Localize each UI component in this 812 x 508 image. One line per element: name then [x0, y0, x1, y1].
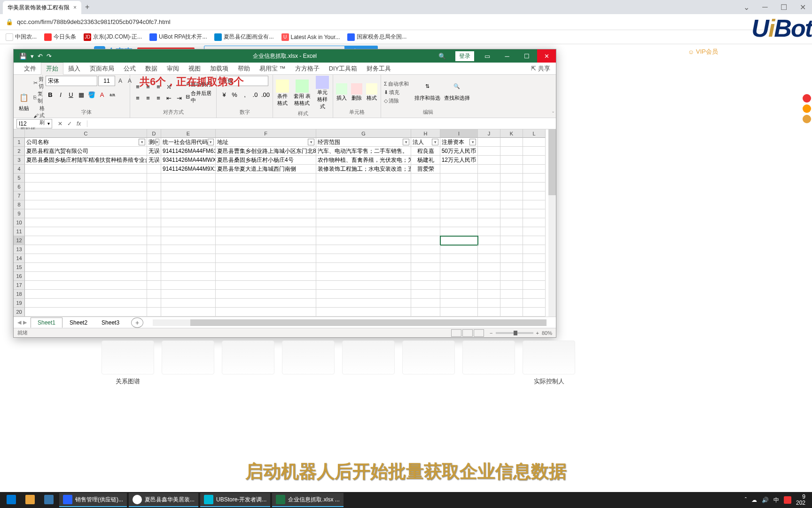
clear-button[interactable]: ◇ 清除 [384, 97, 409, 104]
card-item[interactable]: 关系图谱 [102, 341, 154, 386]
cell[interactable] [25, 218, 147, 227]
align-center-icon[interactable]: ≡ [143, 93, 153, 103]
cell[interactable] [478, 209, 500, 218]
bookmark-item[interactable]: 中国农... [6, 33, 37, 41]
cell[interactable] [478, 218, 500, 227]
cell[interactable] [216, 227, 316, 236]
align-right-icon[interactable]: ≡ [154, 93, 163, 103]
tab-file[interactable]: 文件 [19, 63, 41, 75]
card-item[interactable] [222, 341, 274, 386]
cell[interactable] [147, 272, 161, 281]
cell[interactable] [147, 308, 161, 317]
cell[interactable] [523, 218, 546, 227]
page-break-view-icon[interactable] [474, 329, 484, 337]
taskbar-item[interactable]: 夏邑县鑫华美居装... [129, 493, 198, 507]
cell[interactable] [25, 308, 147, 317]
cell[interactable] [161, 290, 216, 299]
cell[interactable] [478, 183, 500, 191]
cell[interactable] [478, 165, 500, 174]
bookmark-item[interactable]: ULatest Ask in Your... [281, 33, 340, 41]
cell[interactable] [25, 174, 147, 183]
zoom-in-icon[interactable]: + [536, 330, 539, 336]
cell[interactable]: 公司名称▾ [25, 138, 147, 147]
filter-icon[interactable]: ▾ [432, 139, 438, 145]
cell[interactable] [216, 218, 316, 227]
filter-icon[interactable]: ▾ [208, 139, 214, 145]
card-item[interactable] [162, 341, 214, 386]
bookmark-item[interactable]: 国家税务总局全国... [347, 33, 406, 41]
tab-finance[interactable]: 财务工具 [362, 63, 396, 75]
cell[interactable] [25, 165, 147, 174]
cell[interactable] [440, 236, 478, 245]
browser-tab-active[interactable]: 华美居装饰装修工程有限 × [3, 1, 81, 14]
col-header[interactable]: E [161, 129, 216, 138]
cell[interactable] [25, 290, 147, 299]
cell[interactable]: 夏邑县曹集乡创业路上海城小区东门北88米 [216, 147, 316, 156]
tab-addins[interactable]: 加载项 [205, 63, 233, 75]
cell[interactable]: 装修装饰工程施工；水电安装改造；五金灯具、 [316, 165, 411, 174]
fill-color-button[interactable]: 🪣 [87, 90, 96, 99]
cell[interactable] [523, 290, 546, 299]
indent-right-icon[interactable]: ⇥ [174, 93, 184, 103]
cell[interactable] [523, 281, 546, 290]
delete-button[interactable]: 删除 [351, 83, 362, 102]
font-name-select[interactable] [46, 76, 97, 86]
cell[interactable] [25, 263, 147, 272]
cell[interactable] [216, 174, 316, 183]
cell[interactable] [523, 272, 546, 281]
tab-layout[interactable]: 页面布局 [85, 63, 119, 75]
format-button[interactable]: 格式 [366, 83, 377, 102]
cell[interactable]: 程良嘉 [411, 147, 440, 156]
cell[interactable] [161, 245, 216, 254]
search-icon[interactable]: 🔍 [433, 49, 452, 63]
taskbar-item[interactable] [40, 493, 57, 507]
cell[interactable] [25, 272, 147, 281]
bookmark-item[interactable]: JD京东(JD.COM)-正... [84, 33, 142, 41]
cell[interactable] [478, 156, 500, 165]
tray-ime[interactable]: 中 [773, 496, 779, 504]
cell[interactable] [500, 308, 523, 317]
cell[interactable] [216, 200, 316, 209]
cell[interactable] [147, 236, 161, 245]
cell[interactable]: 91411426MA44M9X10Q [161, 165, 216, 174]
cell[interactable] [500, 209, 523, 218]
col-header[interactable]: K [500, 129, 523, 138]
cell[interactable] [147, 174, 161, 183]
cell[interactable] [523, 245, 546, 254]
tab-close-icon[interactable]: × [73, 4, 77, 11]
cell[interactable]: 夏邑县桑固乡杨庄村陆军精准扶贫种植养殖专业合作社 [25, 156, 147, 165]
cell[interactable] [440, 183, 478, 191]
cell[interactable] [478, 290, 500, 299]
side-icon[interactable] [803, 115, 811, 123]
cell[interactable] [478, 191, 500, 200]
cell[interactable] [411, 227, 440, 236]
cell[interactable] [216, 281, 316, 290]
side-icon[interactable] [803, 104, 811, 113]
cell[interactable] [523, 227, 546, 236]
cell[interactable] [411, 218, 440, 227]
cell[interactable] [147, 245, 161, 254]
cell[interactable] [523, 254, 546, 263]
cell[interactable] [216, 191, 316, 200]
cell[interactable]: 苗爱荣 [411, 165, 440, 174]
indent-left-icon[interactable]: ⇤ [164, 93, 173, 103]
tray-icon[interactable]: 🔊 [762, 497, 769, 503]
cell[interactable] [440, 245, 478, 254]
col-header[interactable]: H [411, 129, 440, 138]
cell[interactable] [25, 236, 147, 245]
tab-diy[interactable]: DIY工具箱 [324, 63, 362, 75]
normal-view-icon[interactable] [451, 329, 461, 337]
add-sheet-icon[interactable]: + [131, 318, 143, 328]
filter-icon[interactable]: ▾ [156, 139, 159, 145]
cell[interactable] [411, 191, 440, 200]
cell[interactable] [25, 209, 147, 218]
cell[interactable] [147, 200, 161, 209]
col-header[interactable]: J [478, 129, 500, 138]
cell[interactable] [523, 263, 546, 272]
cell[interactable] [500, 138, 523, 147]
cell[interactable] [316, 281, 411, 290]
sheet-nav-prev-icon[interactable]: ◀ [17, 319, 21, 325]
cell[interactable] [523, 209, 546, 218]
page-layout-view-icon[interactable] [462, 329, 473, 337]
tray-icon[interactable] [784, 496, 791, 504]
